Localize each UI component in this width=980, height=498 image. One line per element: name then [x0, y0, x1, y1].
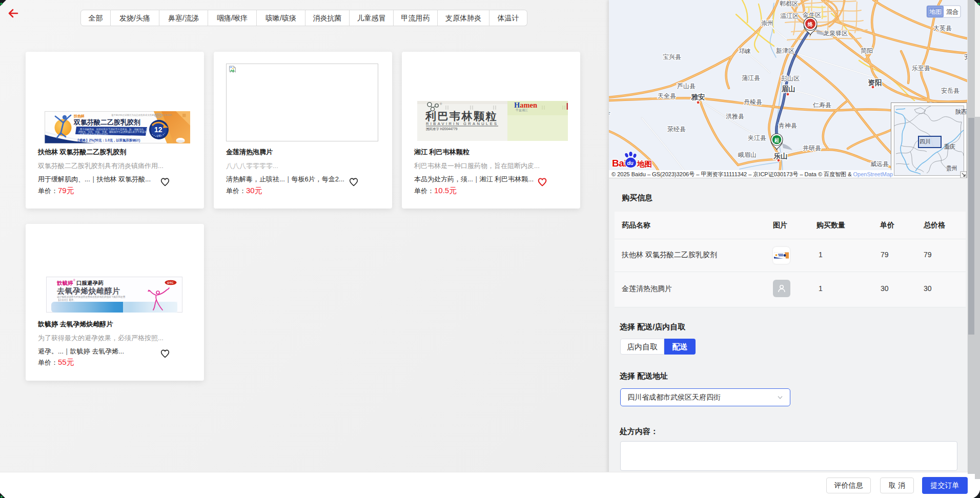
svg-text:井研县: 井研县 — [803, 144, 821, 152]
svg-text:新津区: 新津区 — [776, 47, 794, 54]
svg-text:眉山: 眉山 — [781, 85, 795, 93]
svg-text:乐山: 乐山 — [773, 152, 788, 160]
svg-text:Bai: Bai — [612, 158, 626, 169]
svg-text:歆毓婷: 歆毓婷 — [56, 280, 73, 286]
svg-text:安岳县: 安岳县 — [941, 87, 959, 94]
svg-text:千金湘江: 千金湘江 — [515, 108, 528, 112]
svg-text:请仔细阅读说明书并按说明使用或在医师或药师指导下购买和使用: 请仔细阅读说明书并按说明使用或在医师或药师指导下购买和使用 — [57, 295, 125, 299]
svg-text:【适应症】避孕。: 【适应症】避孕。 — [57, 298, 76, 302]
svg-text:®: ® — [440, 102, 442, 106]
svg-text:扶他林: 扶他林 — [73, 114, 85, 118]
svg-text:邛崃: 邛崃 — [739, 48, 751, 55]
svg-text:彭山区: 彭山区 — [781, 75, 800, 82]
svg-text:天全县: 天全县 — [658, 92, 676, 99]
svg-text:夹江县: 夹江县 — [748, 134, 766, 141]
svg-text:起: 起 — [774, 137, 780, 143]
svg-text:双氯芬酸二乙胺乳胶剂: 双氯芬酸二乙胺乳胶剂 — [73, 118, 140, 126]
svg-text:郫都区: 郫都区 — [780, 0, 798, 7]
svg-text:【规格】2%(50克：1.0克，以双氯芬胺钠计): 【规格】2%(50克：1.0克，以双氯芬胺钠计) — [76, 138, 140, 142]
svg-text:乐至县: 乐至县 — [912, 65, 930, 72]
svg-text:· 也用于骨关节炎的对症治疗。: · 也用于骨关节炎的对症治疗。 — [78, 133, 111, 136]
svg-text:青神县: 青神县 — [779, 122, 797, 129]
svg-text:龙泉驿区: 龙泉驿区 — [823, 30, 848, 37]
svg-text:地图: 地图 — [637, 160, 652, 168]
svg-text:蒲江县: 蒲江县 — [742, 74, 760, 81]
svg-text:OTC: OTC — [167, 281, 174, 284]
svg-text:丹棱县: 丹棱县 — [744, 98, 762, 106]
svg-text:仁寿县: 仁寿县 — [812, 101, 831, 109]
svg-text:简阳: 简阳 — [861, 47, 873, 54]
svg-text:安居: 安居 — [964, 53, 967, 60]
svg-text:RIBAVIRIN GRANULES: RIBAVIRIN GRANULES — [426, 121, 499, 126]
svg-text:地图: 地图 — [929, 8, 942, 15]
svg-text:资阳: 资阳 — [868, 79, 882, 87]
svg-text:陕西: 陕西 — [955, 109, 967, 115]
svg-text:洪雅县: 洪雅县 — [726, 113, 744, 120]
svg-text:去氧孕烯炔雌醇片: 去氧孕烯炔雌醇片 — [57, 286, 120, 295]
svg-text:混合: 混合 — [946, 8, 958, 15]
svg-text:Hamen: Hamen — [514, 101, 537, 109]
svg-text:国药准字 H20044779: 国药准字 H20044779 — [426, 127, 458, 131]
svg-text:峨眉山: 峨眉山 — [738, 151, 757, 158]
svg-text:大英县: 大英县 — [933, 25, 952, 32]
svg-text:利巴韦林颗粒: 利巴韦林颗粒 — [425, 110, 498, 122]
svg-text:OTC: OTC — [156, 115, 161, 117]
svg-text:小时: 小时 — [156, 134, 161, 137]
svg-text:宝兴县: 宝兴县 — [663, 53, 681, 60]
svg-text:终: 终 — [807, 21, 813, 27]
svg-text:12: 12 — [154, 126, 162, 134]
svg-text:县: 县 — [609, 108, 610, 115]
svg-text:du: du — [627, 160, 634, 166]
svg-text:荥经县: 荥经县 — [667, 126, 686, 133]
svg-text:四川: 四川 — [920, 138, 931, 144]
svg-text:芦山县: 芦山县 — [677, 82, 696, 90]
svg-text:威远县: 威远县 — [870, 160, 889, 168]
svg-text:口服避孕药: 口服避孕药 — [76, 280, 104, 286]
svg-text:温江区: 温江区 — [780, 12, 799, 19]
svg-text:®: ® — [73, 279, 75, 282]
svg-text:© 2025 Baidu – GS(2023)3206号 –: © 2025 Baidu – GS(2023)3206号 – 甲测资字11111… — [611, 171, 893, 177]
svg-text:崇州: 崇州 — [761, 19, 773, 27]
svg-text:重庆: 重庆 — [944, 143, 955, 150]
svg-text:雅安: 雅安 — [691, 93, 706, 101]
svg-text:贵州: 贵州 — [946, 165, 957, 171]
